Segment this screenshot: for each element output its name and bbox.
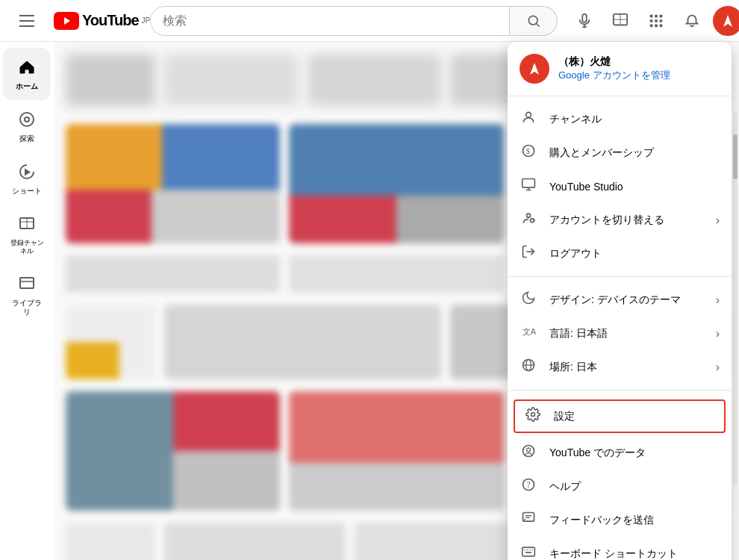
svg-rect-4 — [583, 13, 587, 22]
logo-text: YouTube — [82, 12, 139, 29]
language-arrow: › — [716, 327, 720, 340]
search-input[interactable] — [151, 14, 509, 28]
design-arrow: › — [716, 293, 720, 307]
search-button[interactable] — [510, 6, 558, 36]
dropdown-user-name: （株）火燵 — [558, 55, 670, 69]
keyboard-label: キーボード ショートカット — [549, 547, 720, 561]
svg-rect-17 — [655, 24, 658, 27]
svg-point-20 — [20, 113, 34, 126]
svg-rect-31 — [523, 179, 535, 188]
purchases-label: 購入とメンバーシップ — [549, 146, 720, 160]
dropdown-item-data[interactable]: YouTube でのデータ — [508, 436, 732, 470]
svg-rect-13 — [650, 19, 653, 22]
small-thumb-2 — [164, 523, 346, 560]
design-label: デザイン: デバイスのテーマ — [549, 293, 704, 307]
sidebar: ホーム 探索 ショート 登録チャンネル — [0, 42, 54, 560]
dropdown-item-settings[interactable]: 設定 — [514, 399, 726, 433]
grey-thumb-1 — [164, 305, 441, 379]
logout-label: ログアウト — [549, 247, 720, 261]
dropdown-manage-link[interactable]: Google アカウントを管理 — [558, 69, 670, 82]
feedback-label: フィードバックを送信 — [549, 514, 720, 527]
help-label: ヘルプ — [549, 480, 720, 494]
header: YouTubeJP — [0, 0, 739, 42]
channel-icon — [520, 110, 537, 128]
explore-label: 探索 — [19, 134, 34, 143]
dropdown-item-purchases[interactable]: $ 購入とメンバーシップ — [508, 136, 732, 169]
subscriptions-icon — [18, 215, 36, 236]
svg-rect-10 — [650, 14, 653, 17]
feedback-icon — [520, 511, 537, 529]
dropdown-menu: （株）火燵 Google アカウントを管理 チャンネル $ 購入とメン — [508, 42, 732, 560]
svg-text:$: $ — [526, 147, 530, 155]
dropdown-item-keyboard[interactable]: キーボード ショートカット — [508, 537, 732, 560]
sidebar-item-explore[interactable]: 探索 — [3, 100, 51, 152]
sidebar-item-library[interactable]: ライブラリ — [3, 264, 51, 326]
svg-text:文A: 文A — [523, 327, 536, 336]
switch-arrow: › — [716, 214, 720, 227]
search-input-wrap — [150, 6, 510, 36]
dropdown-section-2: デザイン: デバイスのテーマ › 文A 言語: 日本語 › 場所: 日本 — [508, 277, 732, 391]
shorts-label: ショート — [12, 187, 42, 196]
library-icon — [18, 275, 36, 296]
svg-point-2 — [528, 16, 537, 25]
dropdown-section-3: 設定 YouTube でのデータ ? ヘルプ — [508, 391, 732, 560]
purchases-icon: $ — [520, 143, 537, 162]
dropdown-item-language[interactable]: 文A 言語: 日本語 › — [508, 317, 732, 350]
bell-icon — [684, 13, 700, 29]
settings-label: 設定 — [554, 410, 715, 423]
dropdown-item-help[interactable]: ? ヘルプ — [508, 470, 732, 503]
thumb-3 — [308, 54, 442, 106]
apps-icon — [648, 13, 664, 29]
svg-point-34 — [527, 214, 531, 217]
thumb-2 — [164, 54, 299, 106]
svg-rect-16 — [650, 24, 653, 27]
studio-icon — [520, 177, 537, 196]
color-thumb-1 — [66, 124, 280, 243]
dropdown-item-studio[interactable]: YouTube Studio — [508, 169, 732, 203]
svg-point-41 — [531, 413, 535, 417]
switch-label: アカウントを切り替える — [549, 214, 704, 227]
search-bar — [150, 6, 558, 36]
color-thumb-2 — [289, 124, 503, 243]
create-icon — [612, 13, 629, 29]
svg-line-3 — [537, 23, 540, 26]
scrollbar-track[interactable] — [733, 112, 738, 485]
svg-point-42 — [523, 446, 534, 457]
create-button[interactable] — [605, 6, 635, 36]
dropdown-avatar — [520, 54, 549, 84]
svg-rect-15 — [660, 19, 663, 22]
avatar-button[interactable] — [713, 6, 739, 36]
explore-icon — [18, 111, 36, 131]
dropdown-item-channel[interactable]: チャンネル — [508, 102, 732, 136]
home-label: ホーム — [16, 82, 38, 91]
dropdown-item-location[interactable]: 場所: 日本 › — [508, 350, 732, 384]
location-label: 場所: 日本 — [549, 361, 704, 374]
help-icon: ? — [520, 477, 537, 496]
dropdown-item-switch[interactable]: アカウントを切り替える › — [508, 203, 732, 237]
notifications-button[interactable] — [677, 6, 707, 36]
sidebar-item-shorts[interactable]: ショート — [3, 152, 51, 205]
language-label: 言語: 日本語 — [549, 327, 704, 340]
sidebar-item-home[interactable]: ホーム — [3, 48, 51, 100]
dropdown-section-1: チャンネル $ 購入とメンバーシップ YouTube Studio — [508, 96, 732, 277]
svg-rect-14 — [655, 19, 658, 22]
youtube-logo-icon — [54, 12, 79, 30]
svg-rect-11 — [655, 14, 658, 17]
apps-button[interactable] — [641, 6, 671, 36]
mic-button[interactable] — [570, 6, 599, 36]
data-label: YouTube でのデータ — [549, 447, 720, 460]
svg-text:?: ? — [527, 480, 531, 490]
location-icon — [520, 358, 537, 376]
data-icon — [520, 444, 537, 462]
dropdown-item-feedback[interactable]: フィードバックを送信 — [508, 503, 732, 537]
hamburger-icon — [13, 9, 40, 33]
youtube-logo[interactable]: YouTubeJP — [54, 12, 150, 30]
dropdown-item-design[interactable]: デザイン: デバイスのテーマ › — [508, 283, 732, 317]
svg-point-21 — [25, 117, 29, 122]
hamburger-button[interactable] — [12, 6, 42, 36]
dropdown-item-logout[interactable]: ログアウト — [508, 237, 732, 270]
svg-rect-25 — [20, 278, 34, 288]
svg-rect-18 — [660, 24, 663, 27]
dropdown-header: （株）火燵 Google アカウントを管理 — [508, 42, 732, 96]
sidebar-item-subscriptions[interactable]: 登録チャンネル — [3, 205, 51, 264]
